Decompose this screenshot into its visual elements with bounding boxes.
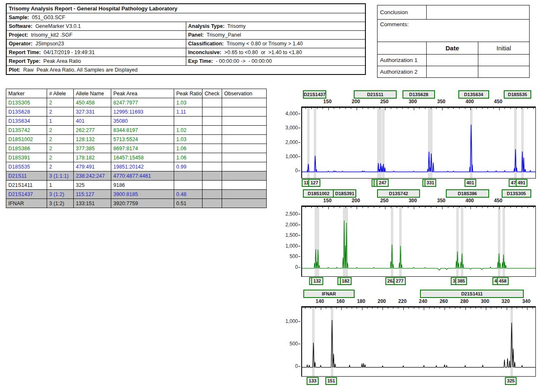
y-axis-tick-label: 1,000 <box>275 318 298 324</box>
electropherogram-green: D18S1002D18S391D13S742D18S386D13S3051502… <box>0 189 540 288</box>
conclusion-value-cell[interactable] <box>427 5 530 20</box>
y-axis-tick <box>298 128 300 128</box>
y-axis-tick <box>298 142 300 143</box>
x-axis-tick-label: 300 <box>409 198 417 203</box>
allele-call-label[interactable]: 325 <box>505 377 517 385</box>
y-axis-tick-label: 4,000 <box>275 111 298 117</box>
marker-label-box[interactable]: D13S628 <box>402 90 435 99</box>
allele-call-label[interactable]: 182 <box>340 277 351 285</box>
marker-label-box[interactable]: D18S386 <box>446 189 489 198</box>
authorization-1-initial-cell[interactable] <box>478 55 530 66</box>
conclusion-label: Conclusion <box>378 5 427 20</box>
report-field: Classification: Trisomy < 0.80 or Trisom… <box>186 40 365 48</box>
x-axis-tick-label: 140 <box>316 298 324 304</box>
marker-label-box[interactable]: IFNAR <box>303 290 355 298</box>
y-axis-tick <box>298 214 300 214</box>
y-axis-tick-label: 1,000 <box>275 154 298 159</box>
y-axis-tick <box>298 366 300 367</box>
marker-label-box[interactable]: D13S305 <box>502 189 531 198</box>
y-axis-tick-label: 0 <box>275 363 298 369</box>
plot-area[interactable] <box>301 206 536 277</box>
comments-label: Comments: <box>380 21 409 27</box>
allele-call-label[interactable]: 277 <box>394 277 405 285</box>
y-axis-tick <box>298 171 300 171</box>
comments-cell[interactable]: Comments: <box>378 20 530 42</box>
y-axis-tick-label: 2,500 <box>275 211 298 217</box>
plot-area[interactable] <box>301 306 536 377</box>
y-axis-tick-label: 2,000 <box>275 139 298 145</box>
marker-label-box[interactable]: D21S1437 <box>303 90 326 99</box>
x-axis-tick-label: 180 <box>357 298 365 304</box>
auth-header-spacer <box>378 42 427 55</box>
report-field: Software: GeneMarker V3.0.1 <box>6 22 186 31</box>
x-axis-tick-label: 300 <box>481 298 489 304</box>
y-axis-tick-label: 0 <box>275 264 298 270</box>
trace-black <box>302 308 535 376</box>
x-axis-tick-label: 400 <box>465 198 474 203</box>
y-axis-tick-label: 0 <box>275 168 298 174</box>
x-axis-tick-label: 250 <box>380 198 388 203</box>
x-axis-tick-label: 240 <box>419 298 427 304</box>
report-field: Project: trisomy_kit2 .SGF <box>6 31 186 40</box>
trace-blue <box>302 108 535 178</box>
y-axis-tick <box>298 321 300 322</box>
x-axis-tick-label: 450 <box>494 99 502 104</box>
report-field: Exp Time: - 00:00:00 -> - 00:00:00 <box>186 57 365 66</box>
authorization-2-initial-cell[interactable] <box>478 66 530 78</box>
marker-label-box[interactable]: D18S535 <box>504 90 531 99</box>
y-axis-tick <box>298 225 300 225</box>
report-field: Panel: Trisomy_Panel <box>186 31 365 40</box>
marker-label-box[interactable]: D18S1002 <box>303 189 334 198</box>
x-axis-tick-label: 220 <box>398 298 407 304</box>
allele-call-label[interactable]: 385 <box>455 277 467 285</box>
allele-call-label[interactable]: 491 <box>515 179 527 187</box>
allele-call-label[interactable]: 127 <box>308 179 320 187</box>
allele-call-label[interactable]: 133 <box>307 377 318 385</box>
y-axis-tick <box>298 156 300 157</box>
x-axis-tick-label: 300 <box>409 99 417 104</box>
x-axis-tick-label: 340 <box>522 298 530 304</box>
allele-call-label[interactable]: 151 <box>325 377 337 385</box>
authorization-1-label: Authorization 1 <box>378 55 427 66</box>
marker-label-box[interactable]: D21S1411 <box>420 290 524 298</box>
marker-label-box[interactable]: D18S391 <box>333 189 356 198</box>
x-axis-tick-label: 260 <box>440 298 448 304</box>
y-axis-tick-label: 1,000 <box>275 243 298 249</box>
authorization-2-date-cell[interactable] <box>427 66 478 78</box>
authorization-1-date-cell[interactable] <box>427 55 478 66</box>
x-axis-tick-label: 200 <box>352 99 360 104</box>
x-axis-tick-label: 400 <box>465 99 474 104</box>
plot-area[interactable] <box>301 107 536 179</box>
report-field: Plot: Raw Peak Area Ratio, All Samples a… <box>6 66 365 75</box>
authorization-table: Conclusion Comments: Date Initial Author… <box>377 5 530 78</box>
trisomy-report-page: { "report": { "title": "Trisomy Analysis… <box>0 0 540 392</box>
allele-call-label[interactable]: 247 <box>377 179 388 187</box>
report-field: Sample: 051_G03.SCF <box>6 13 365 22</box>
y-axis-tick <box>298 246 300 246</box>
marker-label-box[interactable]: D13S634 <box>458 90 489 99</box>
allele-call-label[interactable]: 458 <box>497 277 508 285</box>
marker-label-box[interactable]: D21S11 <box>354 90 397 99</box>
initial-column-header: Initial <box>478 42 530 55</box>
x-axis-tick-label: 450 <box>494 198 502 203</box>
report-field: Analysis Type: Trisomy <box>186 22 365 31</box>
report-field: Operator: JSimpson23 <box>6 40 186 48</box>
allele-call-label[interactable]: 132 <box>311 277 323 285</box>
date-column-header: Date <box>427 42 478 55</box>
trace-green <box>302 207 535 276</box>
x-axis-tick-label: 350 <box>437 198 445 203</box>
report-field: Report Time: 04/17/2019 - 19:49:31 <box>6 48 186 57</box>
x-axis-tick-label: 350 <box>437 99 445 104</box>
y-axis-tick-label: 3,000 <box>275 125 298 131</box>
report-field: Inconclusive: >0.65 to <0.80 or >1.40 to… <box>186 48 365 57</box>
marker-label-box[interactable]: D13S742 <box>377 189 420 198</box>
report-field: Report Type: Peak Area Ratio <box>6 57 186 66</box>
y-axis-tick <box>298 267 300 268</box>
x-axis-tick-label: 160 <box>336 298 345 304</box>
report-title: Trisomy Analysis Report - General Hospit… <box>6 4 365 13</box>
y-axis-tick <box>298 114 300 114</box>
allele-call-label[interactable]: 331 <box>425 179 436 187</box>
allele-call-label[interactable]: 401 <box>464 179 476 187</box>
electropherogram-black: IFNARD21S1411140160180200220240260280300… <box>0 289 540 391</box>
y-axis-tick <box>298 344 300 344</box>
